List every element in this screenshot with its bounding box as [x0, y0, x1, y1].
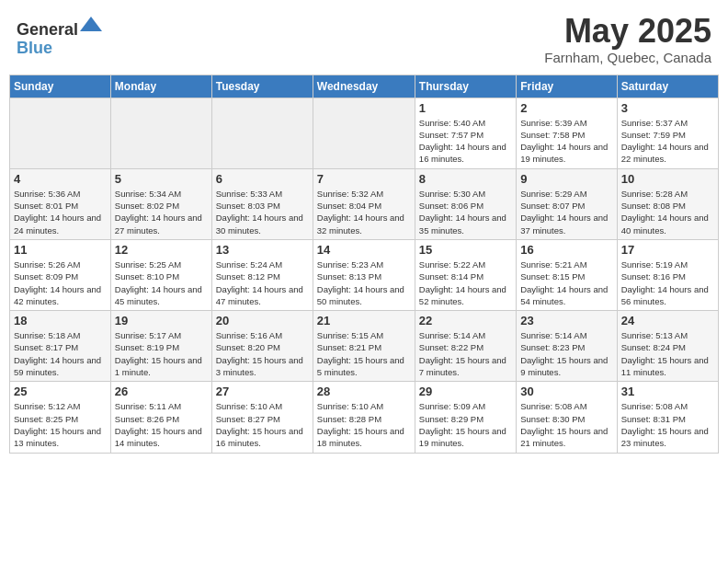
calendar-day-cell: 31Sunrise: 5:08 AMSunset: 8:31 PMDayligh… [617, 382, 718, 453]
logo-general: General [17, 20, 78, 39]
calendar-day-cell [110, 98, 211, 168]
calendar-day-cell: 11Sunrise: 5:26 AMSunset: 8:09 PMDayligh… [10, 239, 111, 310]
day-info: Sunrise: 5:24 AMSunset: 8:12 PMDaylight:… [216, 259, 309, 307]
day-number: 12 [115, 243, 208, 257]
page-header: General Blue May 2025 Farnham, Quebec, C… [9, 9, 719, 69]
day-number: 13 [216, 243, 309, 257]
calendar-day-cell: 30Sunrise: 5:08 AMSunset: 8:30 PMDayligh… [517, 382, 617, 453]
day-info: Sunrise: 5:34 AMSunset: 8:02 PMDaylight:… [115, 188, 208, 236]
title-block: May 2025 Farnham, Quebec, Canada [544, 13, 711, 65]
calendar-day-cell: 25Sunrise: 5:12 AMSunset: 8:25 PMDayligh… [10, 382, 111, 453]
day-info: Sunrise: 5:37 AMSunset: 7:59 PMDaylight:… [621, 117, 714, 166]
calendar-day-cell: 17Sunrise: 5:19 AMSunset: 8:16 PMDayligh… [617, 239, 718, 310]
day-number: 31 [621, 385, 714, 398]
calendar-day-cell: 3Sunrise: 5:37 AMSunset: 7:59 PMDaylight… [617, 98, 718, 168]
day-info: Sunrise: 5:29 AMSunset: 8:07 PMDaylight:… [520, 188, 612, 236]
day-number: 29 [419, 385, 512, 398]
calendar-day-cell: 29Sunrise: 5:09 AMSunset: 8:29 PMDayligh… [415, 382, 516, 453]
day-number: 6 [216, 172, 309, 186]
day-number: 2 [520, 101, 612, 115]
day-info: Sunrise: 5:17 AMSunset: 8:19 PMDaylight:… [115, 329, 208, 378]
day-info: Sunrise: 5:10 AMSunset: 8:28 PMDaylight:… [317, 400, 411, 449]
day-info: Sunrise: 5:12 AMSunset: 8:25 PMDaylight:… [14, 400, 107, 449]
calendar-week-row: 1Sunrise: 5:40 AMSunset: 7:57 PMDaylight… [10, 98, 719, 168]
day-info: Sunrise: 5:30 AMSunset: 8:06 PMDaylight:… [419, 188, 512, 236]
svg-marker-0 [80, 17, 102, 31]
day-info: Sunrise: 5:23 AMSunset: 8:13 PMDaylight:… [317, 259, 411, 307]
weekday-header-row: SundayMondayTuesdayWednesdayThursdayFrid… [10, 75, 719, 98]
day-info: Sunrise: 5:36 AMSunset: 8:01 PMDaylight:… [14, 188, 107, 236]
day-number: 9 [520, 172, 612, 186]
day-info: Sunrise: 5:08 AMSunset: 8:30 PMDaylight:… [520, 400, 612, 449]
calendar-day-cell: 26Sunrise: 5:11 AMSunset: 8:26 PMDayligh… [110, 382, 211, 453]
day-number: 5 [115, 172, 208, 186]
calendar-day-cell: 22Sunrise: 5:14 AMSunset: 8:22 PMDayligh… [415, 311, 516, 382]
day-number: 25 [14, 385, 107, 398]
calendar-day-cell: 9Sunrise: 5:29 AMSunset: 8:07 PMDaylight… [517, 168, 617, 239]
weekday-header: Sunday [10, 75, 111, 98]
day-info: Sunrise: 5:21 AMSunset: 8:15 PMDaylight:… [520, 259, 612, 307]
calendar-day-cell: 8Sunrise: 5:30 AMSunset: 8:06 PMDaylight… [415, 168, 516, 239]
calendar-day-cell: 10Sunrise: 5:28 AMSunset: 8:08 PMDayligh… [617, 168, 718, 239]
day-number: 18 [14, 314, 107, 327]
calendar-day-cell: 23Sunrise: 5:14 AMSunset: 8:23 PMDayligh… [517, 311, 617, 382]
calendar-week-row: 18Sunrise: 5:18 AMSunset: 8:17 PMDayligh… [10, 311, 719, 382]
day-number: 20 [216, 314, 309, 327]
logo-icon [80, 13, 102, 35]
calendar-day-cell: 20Sunrise: 5:16 AMSunset: 8:20 PMDayligh… [211, 311, 313, 382]
day-number: 22 [419, 314, 512, 327]
day-info: Sunrise: 5:33 AMSunset: 8:03 PMDaylight:… [216, 188, 309, 236]
day-number: 15 [419, 243, 512, 257]
day-info: Sunrise: 5:26 AMSunset: 8:09 PMDaylight:… [14, 259, 107, 307]
day-info: Sunrise: 5:32 AMSunset: 8:04 PMDaylight:… [317, 188, 411, 236]
month-title: May 2025 [544, 13, 711, 50]
day-number: 10 [621, 172, 714, 186]
calendar-week-row: 4Sunrise: 5:36 AMSunset: 8:01 PMDaylight… [10, 168, 719, 239]
calendar-week-row: 11Sunrise: 5:26 AMSunset: 8:09 PMDayligh… [10, 239, 719, 310]
calendar-day-cell: 12Sunrise: 5:25 AMSunset: 8:10 PMDayligh… [110, 239, 211, 310]
weekday-header: Thursday [415, 75, 516, 98]
calendar-day-cell: 19Sunrise: 5:17 AMSunset: 8:19 PMDayligh… [110, 311, 211, 382]
day-number: 28 [317, 385, 411, 398]
calendar-day-cell: 28Sunrise: 5:10 AMSunset: 8:28 PMDayligh… [313, 382, 415, 453]
calendar-day-cell: 2Sunrise: 5:39 AMSunset: 7:58 PMDaylight… [517, 98, 617, 168]
day-number: 27 [216, 385, 309, 398]
calendar-table: SundayMondayTuesdayWednesdayThursdayFrid… [9, 75, 719, 454]
calendar-day-cell: 6Sunrise: 5:33 AMSunset: 8:03 PMDaylight… [211, 168, 313, 239]
calendar-day-cell: 14Sunrise: 5:23 AMSunset: 8:13 PMDayligh… [313, 239, 415, 310]
day-info: Sunrise: 5:13 AMSunset: 8:24 PMDaylight:… [621, 329, 714, 378]
calendar-day-cell [10, 98, 111, 168]
day-info: Sunrise: 5:18 AMSunset: 8:17 PMDaylight:… [14, 329, 107, 378]
calendar-day-cell: 7Sunrise: 5:32 AMSunset: 8:04 PMDaylight… [313, 168, 415, 239]
day-number: 14 [317, 243, 411, 257]
calendar-day-cell [211, 98, 313, 168]
day-info: Sunrise: 5:14 AMSunset: 8:23 PMDaylight:… [520, 329, 612, 378]
calendar-day-cell: 27Sunrise: 5:10 AMSunset: 8:27 PMDayligh… [211, 382, 313, 453]
day-number: 11 [14, 243, 107, 257]
weekday-header: Friday [517, 75, 617, 98]
location-subtitle: Farnham, Quebec, Canada [544, 50, 711, 65]
calendar-day-cell: 16Sunrise: 5:21 AMSunset: 8:15 PMDayligh… [517, 239, 617, 310]
day-number: 17 [621, 243, 714, 257]
day-info: Sunrise: 5:10 AMSunset: 8:27 PMDaylight:… [216, 400, 309, 449]
day-number: 7 [317, 172, 411, 186]
calendar-day-cell: 15Sunrise: 5:22 AMSunset: 8:14 PMDayligh… [415, 239, 516, 310]
day-number: 16 [520, 243, 612, 257]
day-info: Sunrise: 5:16 AMSunset: 8:20 PMDaylight:… [216, 329, 309, 378]
calendar-day-cell: 5Sunrise: 5:34 AMSunset: 8:02 PMDaylight… [110, 168, 211, 239]
day-info: Sunrise: 5:22 AMSunset: 8:14 PMDaylight:… [419, 259, 512, 307]
calendar-day-cell: 4Sunrise: 5:36 AMSunset: 8:01 PMDaylight… [10, 168, 111, 239]
day-info: Sunrise: 5:09 AMSunset: 8:29 PMDaylight:… [419, 400, 512, 449]
calendar-day-cell: 21Sunrise: 5:15 AMSunset: 8:21 PMDayligh… [313, 311, 415, 382]
calendar-week-row: 25Sunrise: 5:12 AMSunset: 8:25 PMDayligh… [10, 382, 719, 453]
day-info: Sunrise: 5:19 AMSunset: 8:16 PMDaylight:… [621, 259, 714, 307]
calendar-day-cell: 1Sunrise: 5:40 AMSunset: 7:57 PMDaylight… [415, 98, 516, 168]
weekday-header: Wednesday [313, 75, 415, 98]
day-number: 21 [317, 314, 411, 327]
weekday-header: Tuesday [211, 75, 313, 98]
day-number: 23 [520, 314, 612, 327]
day-number: 26 [115, 385, 208, 398]
weekday-header: Saturday [617, 75, 718, 98]
day-info: Sunrise: 5:28 AMSunset: 8:08 PMDaylight:… [621, 188, 714, 236]
day-number: 19 [115, 314, 208, 327]
